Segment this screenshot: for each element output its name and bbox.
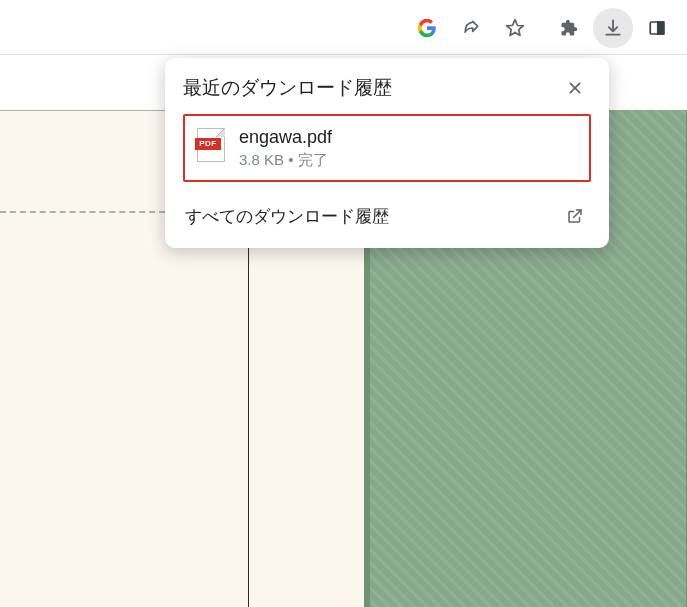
downloads-icon[interactable] xyxy=(593,8,633,48)
open-external-icon[interactable] xyxy=(561,202,589,230)
sidepanel-icon[interactable] xyxy=(637,8,677,48)
download-separator: • xyxy=(284,151,298,168)
pdf-badge-label: PDF xyxy=(195,138,221,150)
toolbar-icon-row xyxy=(405,0,687,55)
download-state: 完了 xyxy=(298,151,328,168)
pdf-file-icon: PDF xyxy=(197,128,225,162)
close-button[interactable] xyxy=(559,72,591,104)
google-account-icon[interactable] xyxy=(407,8,447,48)
downloads-popup-header: 最近のダウンロード履歴 xyxy=(183,72,591,104)
download-size: 3.8 KB xyxy=(239,151,284,168)
download-status-line: 3.8 KB • 完了 xyxy=(239,151,332,170)
download-filename: engawa.pdf xyxy=(239,126,332,149)
extensions-icon[interactable] xyxy=(549,8,589,48)
share-icon[interactable] xyxy=(451,8,491,48)
bookmark-star-icon[interactable] xyxy=(495,8,535,48)
download-item-text: engawa.pdf 3.8 KB • 完了 xyxy=(239,126,332,170)
browser-toolbar xyxy=(0,0,687,55)
svg-marker-0 xyxy=(507,19,524,35)
download-item[interactable]: PDF engawa.pdf 3.8 KB • 完了 xyxy=(183,114,591,182)
downloads-popup-footer: すべてのダウンロード履歴 xyxy=(183,196,591,238)
all-downloads-link[interactable]: すべてのダウンロード履歴 xyxy=(185,205,389,228)
downloads-popup-title: 最近のダウンロード履歴 xyxy=(183,75,392,101)
svg-rect-2 xyxy=(658,22,664,34)
downloads-popup: 最近のダウンロード履歴 PDF engawa.pdf 3.8 KB • 完了 す… xyxy=(165,58,609,248)
